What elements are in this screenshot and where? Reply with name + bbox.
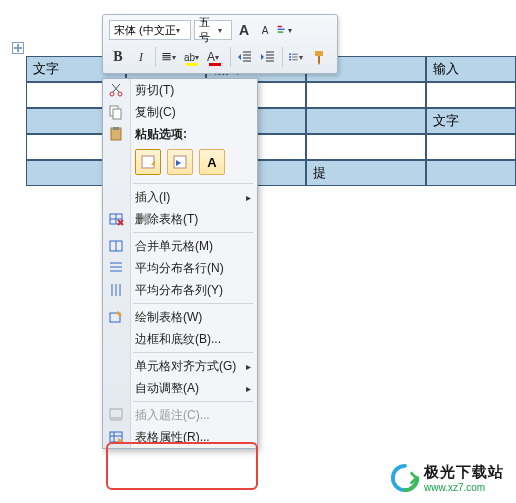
styles-button[interactable]: ▾ — [277, 20, 295, 40]
menu-autofit[interactable]: 自动调整(A)▸ — [103, 377, 257, 399]
indent-right-icon — [260, 49, 276, 65]
indent-left-icon — [237, 49, 253, 65]
paste-source-icon — [140, 154, 156, 170]
caption-icon — [107, 406, 125, 424]
separator — [230, 47, 231, 67]
styles-icon — [277, 22, 288, 38]
menu-separator — [133, 352, 253, 353]
shrink-font-button[interactable]: A — [256, 20, 274, 40]
menu-distribute-cols[interactable]: 平均分布各列(Y) — [103, 279, 257, 301]
paste-merge-icon — [172, 154, 188, 170]
table-row — [26, 134, 516, 160]
menu-paste-options-label: 粘贴选项: — [103, 123, 257, 145]
svg-rect-17 — [110, 409, 122, 418]
bullets-icon — [288, 49, 299, 65]
site-logo: 极光下载站 www.xz7.com — [390, 463, 504, 493]
svg-rect-11 — [113, 127, 119, 130]
table[interactable]: 文字 输入 输入 文字 提 — [26, 56, 516, 186]
table-cell[interactable]: 文字 — [426, 108, 516, 134]
paste-options: A — [103, 145, 257, 181]
table-cell[interactable] — [426, 82, 516, 108]
menu-separator — [133, 401, 253, 402]
svg-point-4 — [289, 56, 291, 58]
table-properties-icon — [107, 428, 125, 446]
svg-rect-12 — [142, 156, 154, 168]
table-row: 提 — [26, 160, 516, 186]
chevron-right-icon: ▸ — [246, 361, 251, 372]
table-cell[interactable]: 输入 — [426, 56, 516, 82]
menu-separator — [133, 232, 253, 233]
chevron-right-icon: ▸ — [246, 192, 251, 203]
table-cell[interactable]: 提 — [306, 160, 426, 186]
menu-delete-table[interactable]: 删除表格(T) — [103, 208, 257, 230]
menu-distribute-rows[interactable]: 平均分布各行(N) — [103, 257, 257, 279]
annotation-highlight — [106, 442, 258, 490]
menu-cell-alignment[interactable]: 单元格对齐方式(G)▸ — [103, 355, 257, 377]
table-anchor[interactable] — [12, 42, 24, 54]
table-cell[interactable] — [426, 160, 516, 186]
table-cell[interactable] — [306, 82, 426, 108]
separator — [282, 47, 283, 67]
delete-table-icon — [107, 210, 125, 228]
svg-rect-2 — [278, 31, 284, 32]
font-name-select[interactable]: 宋体 (中文正▾ — [109, 20, 191, 40]
copy-icon — [107, 103, 125, 121]
svg-point-6 — [110, 92, 114, 96]
menu-merge-cells[interactable]: 合并单元格(M) — [103, 235, 257, 257]
cut-icon — [107, 81, 125, 99]
grow-font-button[interactable]: A — [235, 20, 253, 40]
italic-button[interactable]: I — [132, 47, 150, 67]
menu-cut[interactable]: 剪切(T) — [103, 79, 257, 101]
text-a-icon: A — [207, 155, 216, 170]
menu-insert-caption[interactable]: 插入题注(C)... — [103, 404, 257, 426]
increase-indent-button[interactable] — [259, 47, 277, 67]
merge-cells-icon — [107, 237, 125, 255]
paste-text-only[interactable]: A — [199, 149, 225, 175]
align-icon — [161, 49, 172, 65]
svg-rect-9 — [113, 109, 121, 119]
context-menu: 剪切(T) 复制(C) 粘贴选项: A 插入(I)▸ 删除表格(T) 合并单元格… — [102, 78, 258, 449]
bold-button[interactable]: B — [109, 47, 127, 67]
logo-url: www.xz7.com — [424, 482, 504, 493]
mini-toolbar: 宋体 (中文正▾ 五号▾ A A ▾ B I ▾ ab▾ A▾ ▾ — [102, 14, 338, 74]
svg-rect-1 — [278, 29, 285, 30]
menu-table-properties[interactable]: 表格属性(R)... — [103, 426, 257, 448]
table-row: 文字 — [26, 108, 516, 134]
font-color-button[interactable]: A▾ — [207, 47, 225, 67]
paste-keep-source[interactable] — [135, 149, 161, 175]
menu-insert[interactable]: 插入(I)▸ — [103, 186, 257, 208]
distribute-rows-icon — [107, 259, 125, 277]
svg-point-7 — [118, 92, 122, 96]
align-button[interactable]: ▾ — [161, 47, 179, 67]
bullets-button[interactable]: ▾ — [288, 47, 306, 67]
svg-point-5 — [289, 59, 291, 61]
svg-rect-13 — [174, 156, 186, 168]
menu-copy[interactable]: 复制(C) — [103, 101, 257, 123]
menu-borders-shading[interactable]: 边框和底纹(B)... — [103, 328, 257, 350]
svg-point-3 — [289, 53, 291, 55]
clipboard-icon — [107, 125, 125, 143]
menu-separator — [133, 183, 253, 184]
brush-icon — [312, 49, 328, 65]
logo-name: 极光下载站 — [424, 463, 504, 482]
distribute-cols-icon — [107, 281, 125, 299]
logo-icon — [390, 463, 420, 493]
decrease-indent-button[interactable] — [236, 47, 254, 67]
menu-separator — [133, 303, 253, 304]
table-cell[interactable] — [306, 108, 426, 134]
separator — [155, 47, 156, 67]
chevron-right-icon: ▸ — [246, 383, 251, 394]
table-cell[interactable] — [426, 134, 516, 160]
font-size-select[interactable]: 五号▾ — [194, 20, 232, 40]
svg-rect-0 — [278, 26, 282, 27]
table-cell[interactable] — [306, 134, 426, 160]
format-painter-button[interactable] — [311, 47, 329, 67]
table-row — [26, 82, 516, 108]
menu-draw-table[interactable]: 绘制表格(W) — [103, 306, 257, 328]
highlight-button[interactable]: ab▾ — [184, 47, 202, 67]
draw-table-icon — [107, 308, 125, 326]
paste-merge[interactable] — [167, 149, 193, 175]
